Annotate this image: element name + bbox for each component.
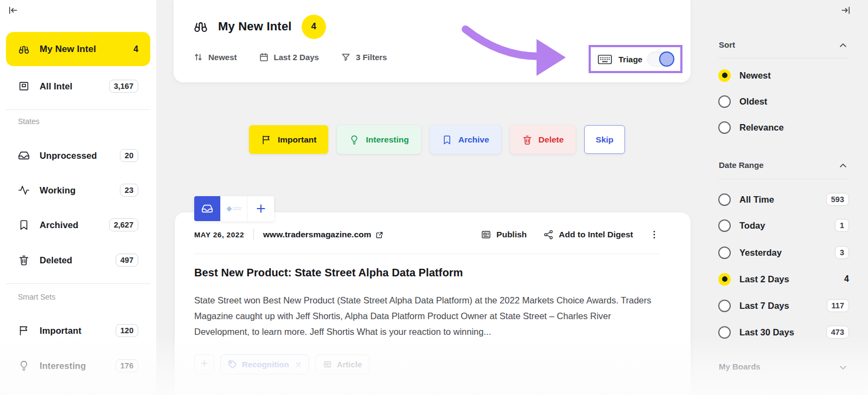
newspaper-icon	[323, 360, 332, 369]
sort-filter[interactable]: Newest	[193, 52, 237, 62]
sort-option-relevance[interactable]: Relevance	[718, 120, 849, 134]
divider	[6, 283, 150, 284]
chevron-down-icon[interactable]	[838, 362, 848, 372]
source-logo-icon	[227, 206, 241, 211]
lightbulb-icon	[18, 360, 30, 372]
remove-tag-icon[interactable]	[295, 361, 302, 368]
radio-icon	[718, 95, 731, 108]
count-badge: 593	[826, 193, 849, 206]
sort-arrows-icon	[193, 52, 203, 62]
sort-option-label: Newest	[739, 70, 771, 81]
tag-label: Article	[337, 360, 362, 369]
collapse-sidebar-button[interactable]	[5, 4, 21, 19]
sidebar-item-label: Working	[40, 185, 75, 196]
sort-filter-label: Newest	[208, 53, 237, 62]
sidebar-item-my-new-intel[interactable]: My New Intel 4	[6, 32, 150, 66]
date-option-today[interactable]: Today 1	[718, 218, 849, 232]
date-option-last-7-days[interactable]: Last 7 Days 117	[718, 299, 849, 313]
divider	[194, 254, 659, 254]
article-meta-row: MAY 26, 2022 www.tradersmagazine.com Pub…	[194, 229, 659, 241]
article-more-menu-button[interactable]	[649, 229, 659, 241]
bookmark-icon	[442, 134, 452, 145]
date-option-label: Today	[739, 221, 765, 231]
sidebar-item-label: Archived	[40, 220, 78, 230]
date-filter-label: Last 2 Days	[274, 53, 319, 62]
triage-toggle[interactable]	[647, 51, 674, 67]
external-link-icon	[375, 231, 384, 239]
radio-icon	[718, 69, 731, 82]
article-source-link[interactable]: www.tradersmagazine.com	[263, 230, 384, 239]
tag-label: Recognition	[242, 360, 289, 369]
divider	[6, 109, 150, 110]
collapse-panel-button[interactable]	[838, 4, 853, 19]
date-option-last-2-days[interactable]: Last 2 Days 4	[718, 272, 849, 286]
date-option-label: Last 7 Days	[739, 301, 789, 311]
sidebar-item-working[interactable]: Working 23	[6, 178, 150, 203]
triage-label: Triage	[618, 55, 642, 64]
states-section-label: States	[18, 117, 40, 126]
sidebar-item-label: All Intel	[40, 81, 73, 92]
count-badge: 473	[826, 326, 849, 339]
trash-icon	[18, 254, 30, 266]
page-title: My New Intel	[218, 20, 292, 34]
radio-icon	[718, 121, 731, 134]
important-button[interactable]: Important	[249, 125, 328, 154]
flag-icon	[261, 134, 272, 145]
add-to-intel-digest-button[interactable]: Add to Intel Digest	[543, 229, 633, 240]
archive-button[interactable]: Archive	[430, 125, 501, 154]
sidebar-item-archived[interactable]: Archived 2,627	[6, 212, 150, 237]
count-badge: 20	[120, 149, 138, 162]
sidebar-item-deleted[interactable]: Deleted 497	[6, 248, 150, 273]
delete-button-label: Delete	[539, 135, 564, 145]
sort-option-oldest[interactable]: Oldest	[718, 94, 849, 108]
delete-button[interactable]: Delete	[510, 125, 576, 154]
activity-icon	[18, 184, 30, 196]
app-root: My New Intel 4 All Intel 3,167 States Un…	[0, 0, 868, 395]
date-option-last-30-days[interactable]: Last 30 Days 473	[718, 325, 849, 339]
tab-source[interactable]	[221, 196, 247, 221]
interesting-button-label: Interesting	[366, 135, 409, 145]
collapse-left-icon	[8, 5, 18, 18]
chevron-up-icon[interactable]	[838, 161, 848, 171]
count-badge: 23	[120, 184, 138, 197]
article-source-url: www.tradersmagazine.com	[263, 230, 371, 239]
sort-option-newest[interactable]: Newest	[718, 68, 849, 82]
sidebar-item-unprocessed[interactable]: Unprocessed 20	[6, 143, 150, 168]
sort-option-label: Oldest	[739, 96, 767, 107]
date-range-section-label: Date Range	[719, 160, 764, 170]
toggle-knob	[659, 51, 674, 67]
calendar-icon	[259, 52, 269, 62]
publish-button[interactable]: Publish	[481, 229, 527, 240]
date-option-yesterday[interactable]: Yesterday 3	[718, 245, 849, 260]
date-option-all-time[interactable]: All Time 593	[718, 192, 849, 206]
sidebar-item-interesting[interactable]: Interesting 176	[6, 353, 150, 378]
sidebar-item-all-intel[interactable]: All Intel 3,167	[6, 74, 150, 99]
count-badge: 3,167	[109, 80, 138, 93]
tab-inbox[interactable]	[194, 196, 221, 221]
radio-icon	[718, 273, 731, 286]
item-count: 4	[133, 44, 138, 54]
skip-button[interactable]: Skip	[584, 125, 625, 154]
article-card: MAY 26, 2022 www.tradersmagazine.com Pub…	[175, 212, 691, 395]
interesting-button[interactable]: Interesting	[337, 125, 420, 154]
triage-action-bar: Important Interesting Archive Delete Ski…	[249, 125, 625, 154]
sidebar-item-label: Deleted	[40, 255, 72, 266]
filters-button[interactable]: 3 Filters	[341, 52, 387, 62]
archive-box-icon	[18, 80, 30, 92]
archive-button-label: Archive	[458, 135, 489, 145]
funnel-icon	[341, 52, 351, 62]
lightbulb-icon	[349, 134, 360, 145]
date-option-label: Last 30 Days	[739, 327, 794, 338]
date-option-label: Last 2 Days	[739, 274, 789, 284]
my-boards-section-label[interactable]: My Boards	[719, 362, 761, 371]
triage-control: Triage	[589, 45, 682, 73]
chevron-up-icon[interactable]	[838, 41, 848, 50]
date-filter[interactable]: Last 2 Days	[259, 52, 319, 62]
radio-icon	[718, 193, 731, 206]
tab-add[interactable]	[247, 196, 274, 221]
tag-recognition[interactable]: Recognition	[220, 354, 309, 374]
sidebar-item-important[interactable]: Important 120	[6, 318, 150, 343]
add-tag-button[interactable]	[194, 354, 214, 374]
radio-icon	[718, 247, 731, 259]
tag-article-type[interactable]: Article	[315, 354, 370, 374]
